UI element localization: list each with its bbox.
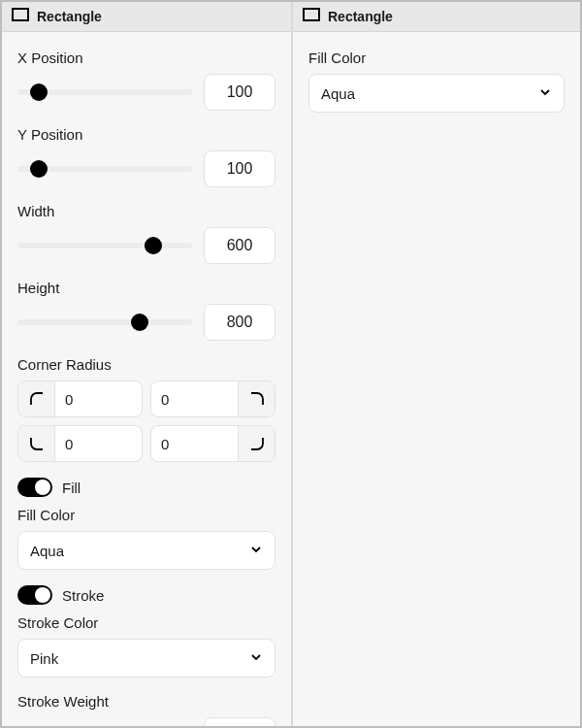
fill-color-label: Fill Color (17, 507, 275, 523)
width-slider-thumb[interactable] (145, 237, 162, 254)
xpos-slider[interactable] (17, 83, 192, 102)
corner-tl-icon (18, 381, 55, 417)
ypos-label: Y Position (17, 126, 275, 143)
right-panel-title: Rectangle (328, 9, 393, 24)
right-fill-color-field: Fill Color Aqua (308, 50, 565, 113)
stroke-toggle[interactable] (17, 585, 52, 605)
stroke-toggle-row: Stroke (17, 585, 275, 605)
height-input[interactable]: 800 (204, 304, 275, 341)
corner-tr-cell: 0 (150, 381, 275, 417)
rectangle-icon (12, 8, 29, 25)
right-fill-color-label: Fill Color (308, 50, 565, 66)
height-slider-thumb[interactable] (131, 314, 148, 331)
stroke-toggle-label: Stroke (62, 587, 104, 604)
fill-toggle-label: Fill (62, 480, 81, 496)
right-fill-color-value: Aqua (321, 85, 355, 102)
width-field: Width 600 (17, 203, 275, 264)
right-fill-color-select[interactable]: Aqua (308, 74, 565, 113)
fill-color-select[interactable]: Aqua (17, 531, 275, 570)
ypos-field: Y Position 100 (17, 126, 275, 187)
stroke-color-select[interactable]: Pink (17, 639, 275, 678)
svg-rect-0 (13, 9, 28, 20)
ypos-input[interactable]: 100 (204, 150, 275, 187)
corner-tl-cell: 0 (17, 381, 143, 417)
stroke-weight-field: Stroke Weight 4 (17, 693, 275, 726)
corner-tr-input[interactable]: 0 (151, 391, 238, 408)
stroke-weight-input[interactable]: 4 (204, 717, 275, 726)
chevron-down-icon (249, 543, 263, 559)
left-panel-body: X Position 100 Y Position 100 Wi (2, 32, 291, 726)
corner-radius-label: Corner Radius (17, 356, 275, 373)
stroke-color-value: Pink (30, 650, 58, 667)
left-panel: Rectangle X Position 100 Y Position 10 (2, 2, 291, 726)
corner-tl-input[interactable]: 0 (55, 391, 142, 408)
width-slider[interactable] (17, 236, 192, 255)
corner-tr-icon (238, 381, 275, 417)
right-panel-header: Rectangle (293, 2, 580, 32)
stroke-color-label: Stroke Color (17, 614, 275, 631)
left-panel-header: Rectangle (2, 2, 291, 32)
corner-bl-input[interactable]: 0 (55, 436, 142, 452)
rectangle-icon (303, 8, 320, 25)
corner-radius-field: Corner Radius 0 0 (17, 356, 275, 462)
corner-br-cell: 0 (150, 425, 275, 462)
width-label: Width (17, 203, 275, 219)
right-panel-body: Fill Color Aqua (293, 32, 580, 726)
corner-br-input[interactable]: 0 (151, 436, 238, 452)
stroke-weight-label: Stroke Weight (17, 693, 275, 710)
xpos-slider-thumb[interactable] (30, 83, 48, 101)
fill-color-value: Aqua (30, 543, 64, 559)
chevron-down-icon (249, 650, 263, 667)
left-panel-title: Rectangle (37, 9, 102, 24)
ypos-slider[interactable] (17, 159, 192, 179)
height-slider[interactable] (17, 313, 192, 332)
xpos-label: X Position (17, 50, 275, 66)
corner-br-icon (238, 425, 275, 462)
fill-color-field: Fill Color Aqua (17, 507, 275, 570)
width-input[interactable]: 600 (204, 227, 275, 264)
svg-rect-1 (304, 9, 319, 20)
height-label: Height (17, 280, 275, 296)
fill-toggle-row: Fill (17, 478, 275, 497)
stroke-color-field: Stroke Color Pink (17, 614, 275, 678)
fill-toggle[interactable] (17, 478, 52, 497)
chevron-down-icon (538, 85, 552, 102)
ypos-slider-thumb[interactable] (30, 160, 48, 178)
corner-bl-cell: 0 (17, 425, 143, 462)
right-panel: Rectangle Fill Color Aqua (291, 2, 580, 726)
corner-bl-icon (18, 425, 55, 462)
height-field: Height 800 (17, 280, 275, 341)
xpos-field: X Position 100 (17, 50, 275, 111)
xpos-input[interactable]: 100 (204, 74, 275, 111)
